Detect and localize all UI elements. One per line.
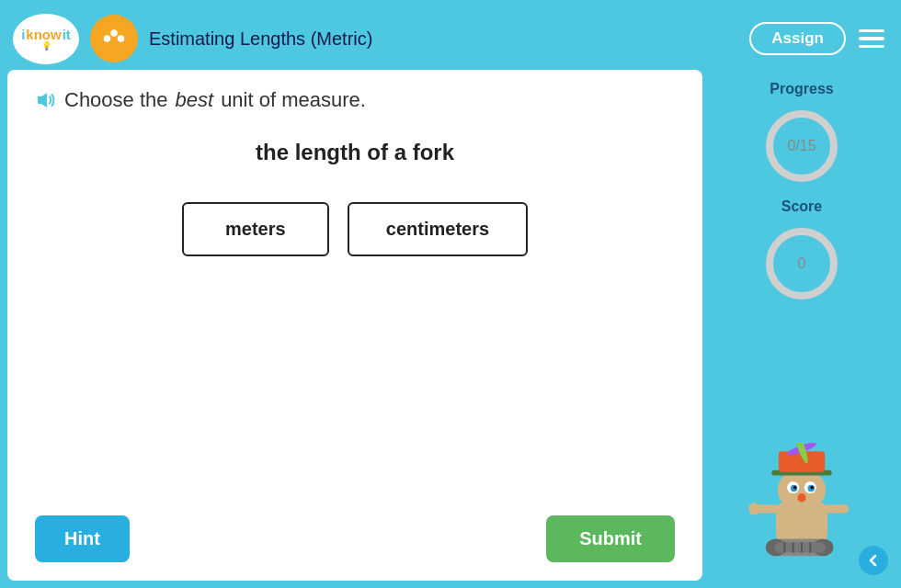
svg-point-0 [104,35,111,42]
logo-text: iknowit 💡 [21,28,71,51]
progress-ring: 0/15 [760,105,843,187]
svg-marker-3 [38,93,47,107]
hint-button[interactable]: Hint [35,515,130,562]
instruction-emphasis: best [176,88,214,112]
choice-centimeters[interactable]: centimeters [348,202,528,256]
svg-rect-28 [774,542,826,552]
svg-point-2 [118,35,125,42]
svg-point-33 [865,552,882,569]
menu-line-1 [859,29,884,33]
question-panel: Choose the best unit of measure. the len… [7,70,702,581]
score-value: 0 [798,255,806,272]
question-text: the length of a fork [35,140,675,165]
sound-icon[interactable] [35,89,57,111]
progress-value: 0/15 [787,138,815,154]
choice-meters[interactable]: meters [182,202,329,256]
app-wrapper: iknowit 💡 Estimating Lengths (Metric) As… [0,0,901,588]
header-actions: Assign [749,22,888,55]
logo: iknowit 💡 [13,14,79,64]
instruction-suffix: unit of measure. [221,88,366,112]
assign-button[interactable]: Assign [749,22,846,55]
menu-line-3 [859,45,884,49]
answer-choices: meters centimeters [35,202,675,256]
main-content: Choose the best unit of measure. the len… [7,70,894,581]
robot-illustration [742,443,861,571]
sidebar: Progress 0/15 Score 0 [710,70,894,581]
menu-line-2 [859,37,884,40]
header-title: Estimating Lengths (Metric) [149,28,738,50]
svg-point-21 [797,493,805,502]
activity-icon [90,15,138,62]
score-ring: 0 [760,222,843,305]
progress-label: Progress [770,81,833,97]
instruction-prefix: Choose the [64,88,168,112]
robot-area [719,316,884,571]
score-label: Score [781,198,822,215]
question-instruction: Choose the best unit of measure. [35,88,675,112]
svg-rect-24 [825,504,849,513]
menu-button[interactable] [855,26,888,52]
bottom-bar: Hint Submit [35,515,675,562]
svg-point-1 [110,29,118,37]
svg-point-19 [793,486,797,490]
svg-point-23 [748,503,760,514]
svg-point-20 [810,486,814,490]
header: iknowit 💡 Estimating Lengths (Metric) As… [7,7,894,70]
back-button[interactable] [859,546,888,575]
submit-button[interactable]: Submit [546,515,675,562]
